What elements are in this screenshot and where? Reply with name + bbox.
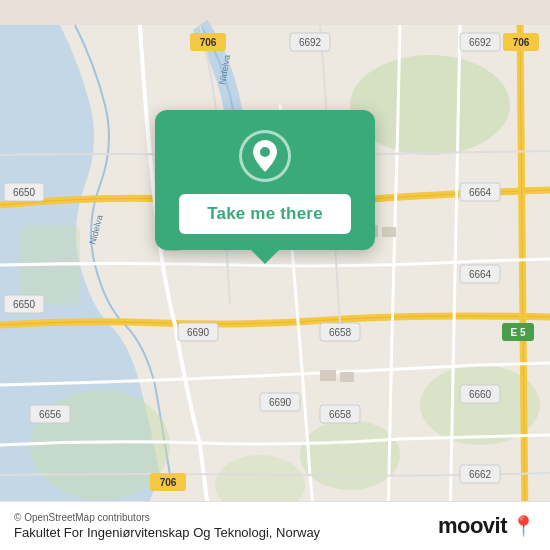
svg-text:706: 706 <box>160 477 177 488</box>
location-icon-wrapper <box>239 130 291 182</box>
svg-rect-54 <box>340 372 354 382</box>
svg-text:6658: 6658 <box>329 327 352 338</box>
attribution-text: © OpenStreetMap contributors <box>14 512 320 523</box>
take-me-there-button[interactable]: Take me there <box>179 194 351 234</box>
popup-card: Take me there <box>155 110 375 250</box>
svg-text:6662: 6662 <box>469 469 492 480</box>
svg-point-57 <box>260 147 270 157</box>
svg-text:706: 706 <box>513 37 530 48</box>
svg-rect-56 <box>382 227 396 237</box>
bottom-left: © OpenStreetMap contributors Fakultet Fo… <box>14 512 320 540</box>
svg-text:6690: 6690 <box>187 327 210 338</box>
svg-text:706: 706 <box>200 37 217 48</box>
svg-text:6692: 6692 <box>299 37 322 48</box>
svg-text:6690: 6690 <box>269 397 292 408</box>
moovit-text: moovit <box>438 513 507 539</box>
bottom-bar: © OpenStreetMap contributors Fakultet Fo… <box>0 501 550 550</box>
svg-text:6658: 6658 <box>329 409 352 420</box>
location-name: Fakultet For Ingeniørvitenskap Og Teknol… <box>14 525 320 540</box>
svg-rect-53 <box>320 370 336 381</box>
location-pin-icon <box>249 138 281 174</box>
svg-text:6650: 6650 <box>13 299 36 310</box>
svg-text:6656: 6656 <box>39 409 62 420</box>
moovit-logo: moovit 📍 <box>438 513 536 539</box>
svg-text:E 5: E 5 <box>510 327 525 338</box>
svg-text:6650: 6650 <box>13 187 36 198</box>
svg-text:6664: 6664 <box>469 269 492 280</box>
svg-text:6692: 6692 <box>469 37 492 48</box>
moovit-pin-icon: 📍 <box>511 514 536 538</box>
map-container: 706 6692 6692 706 6650 6666 6664 6664 66… <box>0 0 550 550</box>
svg-text:6660: 6660 <box>469 389 492 400</box>
map-background: 706 6692 6692 706 6650 6666 6664 6664 66… <box>0 0 550 550</box>
svg-text:6664: 6664 <box>469 187 492 198</box>
svg-point-4 <box>300 420 400 490</box>
